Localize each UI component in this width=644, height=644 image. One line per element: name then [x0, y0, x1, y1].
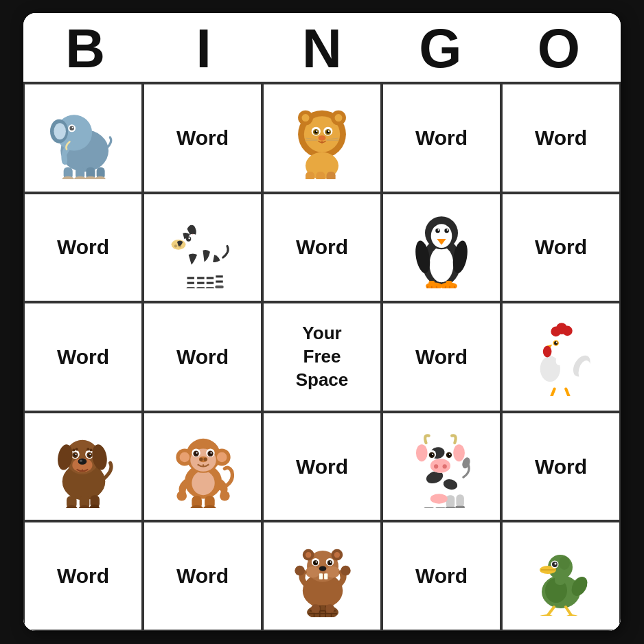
cell-0-0[interactable]	[23, 83, 143, 193]
cell-2-4[interactable]	[501, 302, 621, 412]
word-label: Word	[57, 564, 109, 588]
svg-line-231	[566, 607, 571, 615]
svg-point-20	[335, 114, 343, 122]
cell-0-3[interactable]: Word	[382, 83, 501, 193]
word-label: Word	[415, 564, 468, 588]
cell-0-2[interactable]	[262, 83, 382, 193]
svg-point-179	[453, 444, 465, 461]
svg-point-74	[435, 229, 440, 233]
duck-icon	[503, 522, 619, 630]
svg-rect-218	[311, 604, 320, 613]
cell-3-2[interactable]: Word	[262, 412, 382, 522]
cell-4-2[interactable]	[262, 521, 382, 631]
word-label: Word	[176, 345, 229, 369]
cow-icon	[383, 413, 500, 520]
svg-point-5	[69, 126, 74, 130]
svg-rect-185	[435, 507, 446, 508]
cell-1-2[interactable]: Word	[262, 193, 382, 303]
svg-point-27	[316, 130, 317, 132]
header-n: N	[263, 19, 381, 79]
svg-rect-61	[206, 282, 213, 284]
svg-rect-36	[316, 172, 325, 179]
svg-rect-63	[216, 281, 222, 283]
svg-rect-219	[325, 604, 334, 613]
cell-free-space[interactable]: YourFreeSpace	[262, 302, 382, 412]
cell-4-3[interactable]: Word	[382, 521, 501, 631]
svg-point-209	[319, 566, 325, 571]
word-label: Word	[57, 235, 109, 259]
cell-1-4[interactable]: Word	[501, 193, 621, 303]
svg-line-237	[571, 615, 577, 616]
svg-point-207	[315, 562, 317, 563]
svg-line-234	[548, 615, 553, 616]
svg-point-142	[179, 452, 189, 462]
svg-point-178	[415, 444, 427, 461]
cell-0-4[interactable]: Word	[501, 83, 621, 193]
svg-point-124	[89, 453, 91, 455]
bingo-card: B I N G O	[23, 13, 621, 631]
cell-1-0[interactable]: Word	[23, 193, 143, 303]
svg-line-102	[550, 389, 554, 396]
header-i: I	[144, 19, 262, 79]
svg-rect-67	[215, 286, 224, 288]
svg-point-169	[442, 464, 446, 468]
svg-point-155	[203, 457, 207, 461]
svg-rect-64	[186, 287, 195, 288]
word-label: Word	[176, 564, 229, 588]
svg-rect-53	[197, 275, 204, 289]
svg-point-28	[328, 130, 330, 132]
cell-2-1[interactable]: Word	[143, 302, 262, 412]
svg-rect-58	[197, 277, 204, 279]
svg-point-156	[176, 491, 187, 501]
svg-point-228	[555, 562, 557, 564]
svg-point-99	[556, 342, 557, 343]
svg-point-229	[559, 556, 570, 570]
cell-2-0[interactable]: Word	[23, 302, 143, 412]
svg-point-44	[174, 245, 176, 248]
cell-4-4[interactable]	[501, 521, 621, 631]
svg-point-77	[447, 229, 448, 231]
cell-3-3[interactable]	[382, 412, 501, 522]
cell-1-3[interactable]	[382, 193, 501, 303]
elephant-icon	[25, 84, 141, 192]
cell-1-1[interactable]	[143, 193, 262, 303]
beaver-icon	[264, 522, 380, 630]
svg-point-208	[330, 562, 331, 563]
svg-point-100	[543, 346, 552, 358]
svg-rect-56	[187, 277, 194, 279]
svg-point-95	[562, 326, 573, 336]
svg-point-168	[434, 464, 438, 468]
svg-rect-183	[456, 494, 463, 507]
svg-point-76	[438, 229, 439, 231]
svg-point-188	[430, 494, 447, 504]
word-label: Word	[415, 345, 468, 369]
svg-point-75	[444, 229, 449, 233]
svg-point-48	[188, 238, 190, 240]
svg-point-19	[302, 114, 310, 122]
cell-3-0[interactable]	[23, 412, 143, 522]
svg-rect-82	[428, 281, 435, 287]
word-label: Word	[57, 345, 109, 369]
cell-2-3[interactable]: Word	[382, 302, 501, 412]
svg-point-125	[72, 448, 75, 451]
svg-rect-210	[319, 574, 322, 579]
chicken-icon	[503, 303, 619, 411]
svg-rect-52	[187, 275, 194, 289]
svg-point-217	[341, 566, 351, 576]
cell-4-0[interactable]: Word	[23, 521, 143, 631]
svg-point-3	[54, 123, 65, 139]
svg-point-123	[75, 453, 76, 455]
svg-rect-60	[206, 277, 213, 279]
bingo-header: B I N G O	[23, 13, 621, 82]
svg-point-151	[196, 452, 197, 453]
cell-3-1[interactable]	[143, 412, 262, 522]
cell-4-1[interactable]: Word	[143, 521, 262, 631]
svg-rect-186	[445, 507, 455, 508]
cell-0-1[interactable]: Word	[143, 83, 262, 193]
svg-rect-54	[206, 275, 213, 289]
header-o: O	[500, 19, 618, 79]
cell-3-4[interactable]: Word	[501, 412, 621, 522]
svg-rect-187	[455, 505, 465, 507]
svg-rect-182	[446, 495, 455, 508]
svg-rect-83	[446, 281, 452, 287]
